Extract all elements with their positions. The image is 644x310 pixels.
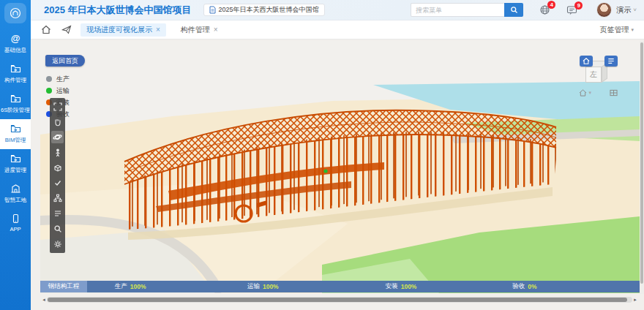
- status-items: 生产 100% 运输 100% 安装 100% 验收 0%: [87, 281, 640, 292]
- legend-item-transport: 运输: [46, 85, 70, 97]
- acceptance-percent: 0%: [528, 283, 536, 290]
- search-icon: [510, 6, 518, 14]
- tab-label: 现场进度可视化展示: [86, 25, 152, 35]
- production-percent: 100%: [130, 283, 146, 290]
- back-home-button[interactable]: 返回首页: [45, 55, 85, 67]
- settings-icon[interactable]: [51, 238, 64, 250]
- sidebar-item-label: BIM管理: [5, 136, 26, 143]
- search-button[interactable]: [504, 3, 523, 17]
- vscroll-thumb[interactable]: [640, 42, 643, 284]
- tab-manager-label: 页签管理: [599, 25, 629, 35]
- status-install: 安装 100%: [386, 281, 417, 292]
- globe-notifications[interactable]: 4: [539, 4, 550, 15]
- pan-icon[interactable]: [51, 116, 64, 129]
- scene-3d-model[interactable]: [40, 41, 640, 293]
- sidebar-item-component-mgmt[interactable]: 构件管理: [0, 59, 31, 89]
- message-center[interactable]: 9: [566, 5, 577, 15]
- hscroll-track[interactable]: [47, 297, 632, 303]
- document-icon: [209, 6, 216, 14]
- user-name: 演示: [616, 5, 631, 15]
- home-icon: [583, 58, 590, 64]
- project-selector[interactable]: 2025年日本关西大阪世博会中国馆: [203, 4, 325, 16]
- list-icon: [607, 58, 615, 64]
- vertical-scrollbar[interactable]: [640, 41, 644, 294]
- sidebar-item-app[interactable]: APP: [0, 209, 31, 238]
- building-icon: [10, 184, 21, 194]
- hscroll-thumb[interactable]: [48, 298, 627, 302]
- check-icon[interactable]: [51, 177, 64, 189]
- tab-progress-visualization[interactable]: 现场进度可视化展示 ×: [80, 23, 166, 37]
- user-menu[interactable]: 演示 ˅: [596, 2, 637, 18]
- search-icon[interactable]: [51, 222, 64, 235]
- legend-item-production: 生产: [46, 73, 70, 85]
- message-badge: 9: [574, 1, 583, 10]
- walkthrough-icon[interactable]: [51, 146, 64, 159]
- chevron-down-icon: ▾: [588, 90, 591, 96]
- sidebar-item-label: 构件管理: [4, 76, 26, 83]
- scroll-left-icon[interactable]: ◂: [41, 296, 47, 303]
- folder-icon: [10, 124, 21, 134]
- home-icon: [41, 25, 51, 34]
- orbit-icon[interactable]: [51, 131, 64, 143]
- transport-percent: 100%: [263, 283, 279, 290]
- status-category-tab[interactable]: 钢结构工程: [40, 281, 87, 292]
- list-panel-icon[interactable]: [51, 208, 64, 220]
- search-input[interactable]: [411, 3, 504, 17]
- sidebar: @ 基础信息 构件管理 6S阶段管理 BIM管理 进度管理 智慧工地 APP: [0, 0, 31, 310]
- app-logo-icon[interactable]: [4, 3, 26, 23]
- folder-icon: [10, 154, 21, 164]
- globe-badge: 4: [547, 1, 555, 9]
- sidebar-item-label: 基础信息: [4, 46, 26, 53]
- home-view-button[interactable]: [580, 56, 593, 67]
- status-production: 生产 100%: [115, 281, 146, 292]
- page-title: 2025 年日本大阪世博会中国馆项目: [44, 4, 192, 17]
- sidebar-item-bim-mgmt[interactable]: BIM管理: [0, 119, 31, 149]
- chevron-down-icon: ▾: [631, 27, 634, 33]
- close-icon[interactable]: ×: [156, 26, 160, 34]
- chevron-down-icon: ˅: [633, 7, 637, 13]
- reset-view-button[interactable]: ▾: [579, 89, 591, 97]
- viewport-layout-button[interactable]: [610, 89, 618, 97]
- home-button[interactable]: [41, 25, 51, 34]
- progress-status-bar: 钢结构工程 生产 100% 运输 100% 安装 100% 验收 0%: [40, 281, 640, 292]
- folder-icon: [10, 64, 21, 74]
- install-percent: 100%: [401, 283, 417, 290]
- sidebar-item-label: 智慧工地: [4, 196, 26, 203]
- view-cube-front-face[interactable]: 左: [585, 67, 602, 83]
- tab-component-mgmt[interactable]: 构件管理 ×: [175, 23, 224, 37]
- tab-manager-dropdown[interactable]: 页签管理 ▾: [599, 25, 634, 35]
- home-small-icon: [579, 89, 587, 97]
- horizontal-scrollbar[interactable]: ◂ ▸: [41, 296, 638, 303]
- grid-icon: [610, 89, 618, 97]
- menu-search: [411, 3, 523, 17]
- folder-icon: [10, 94, 21, 104]
- sidebar-item-progress-mgmt[interactable]: 进度管理: [0, 149, 31, 179]
- paper-plane-icon: [61, 25, 72, 34]
- view-list-button[interactable]: [604, 56, 618, 67]
- sidebar-item-basic-info[interactable]: @ 基础信息: [0, 29, 31, 59]
- model-tree-icon[interactable]: [51, 192, 64, 205]
- production-dot: [46, 76, 52, 82]
- sidebar-item-label: 6S阶段管理: [1, 106, 30, 113]
- sidebar-item-6s-stage-mgmt[interactable]: 6S阶段管理: [0, 89, 31, 119]
- phone-icon: [10, 213, 21, 224]
- project-tag-label: 2025年日本关西大阪世博会中国馆: [219, 5, 319, 15]
- tab-bar: 现场进度可视化展示 × 构件管理 × 页签管理 ▾: [31, 20, 644, 39]
- sidebar-item-label: 进度管理: [4, 166, 26, 173]
- tab-label: 构件管理: [181, 25, 210, 35]
- status-transport: 运输 100%: [247, 281, 279, 292]
- status-acceptance: 验收 0%: [512, 281, 536, 292]
- avatar: [596, 2, 612, 18]
- transport-marker: [323, 169, 327, 173]
- viewer-toolbar: [50, 98, 65, 253]
- close-icon[interactable]: ×: [214, 26, 218, 34]
- fit-view-icon[interactable]: [51, 101, 64, 113]
- at-icon: @: [11, 34, 20, 44]
- header: 2025 年日本大阪世博会中国馆项目 2025年日本关西大阪世博会中国馆 4 9…: [31, 0, 644, 20]
- section-box-icon[interactable]: [51, 162, 64, 174]
- navigate-button[interactable]: [61, 25, 72, 34]
- scroll-right-icon[interactable]: ▸: [632, 296, 638, 303]
- transport-dot: [46, 88, 52, 94]
- model-viewport[interactable]: 返回首页 生产 运输 安装 验收: [40, 41, 640, 293]
- sidebar-item-smart-site[interactable]: 智慧工地: [0, 179, 31, 209]
